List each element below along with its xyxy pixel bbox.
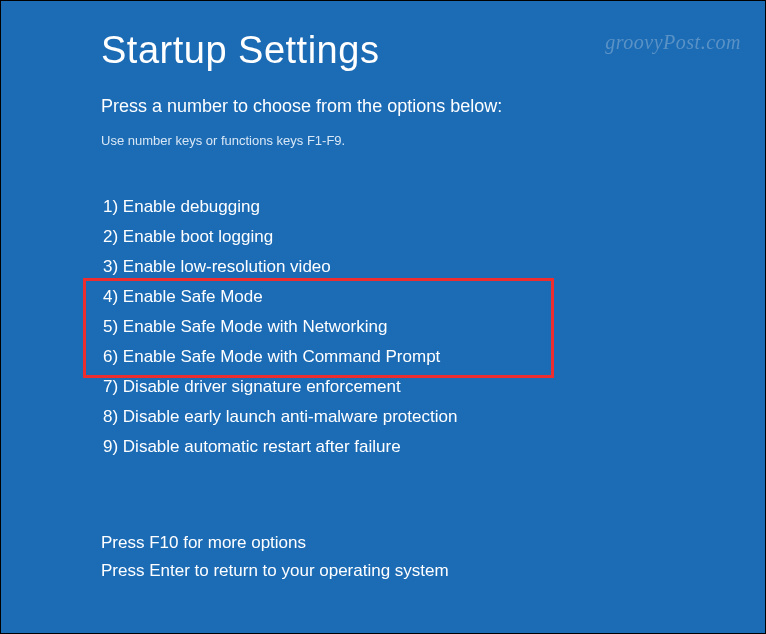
- option-enable-safe-mode[interactable]: 4) Enable Safe Mode: [101, 282, 765, 312]
- option-disable-driver-signature[interactable]: 7) Disable driver signature enforcement: [101, 372, 765, 402]
- footer-more-options: Press F10 for more options: [101, 529, 449, 557]
- option-enable-safe-mode-networking[interactable]: 5) Enable Safe Mode with Networking: [101, 312, 765, 342]
- option-enable-safe-mode-command-prompt[interactable]: 6) Enable Safe Mode with Command Prompt: [101, 342, 765, 372]
- startup-settings-screen: Startup Settings Press a number to choos…: [1, 1, 765, 462]
- watermark-text: groovyPost.com: [605, 31, 741, 54]
- option-enable-boot-logging[interactable]: 2) Enable boot logging: [101, 222, 765, 252]
- footer-return-os: Press Enter to return to your operating …: [101, 557, 449, 585]
- footer-instructions: Press F10 for more options Press Enter t…: [101, 529, 449, 585]
- option-enable-debugging[interactable]: 1) Enable debugging: [101, 192, 765, 222]
- option-disable-auto-restart[interactable]: 9) Disable automatic restart after failu…: [101, 432, 765, 462]
- option-enable-low-res-video[interactable]: 3) Enable low-resolution video: [101, 252, 765, 282]
- options-list: 1) Enable debugging 2) Enable boot loggi…: [101, 192, 765, 462]
- instruction-hint: Use number keys or functions keys F1-F9.: [101, 133, 765, 148]
- option-disable-anti-malware[interactable]: 8) Disable early launch anti-malware pro…: [101, 402, 765, 432]
- instruction-subtitle: Press a number to choose from the option…: [101, 96, 765, 117]
